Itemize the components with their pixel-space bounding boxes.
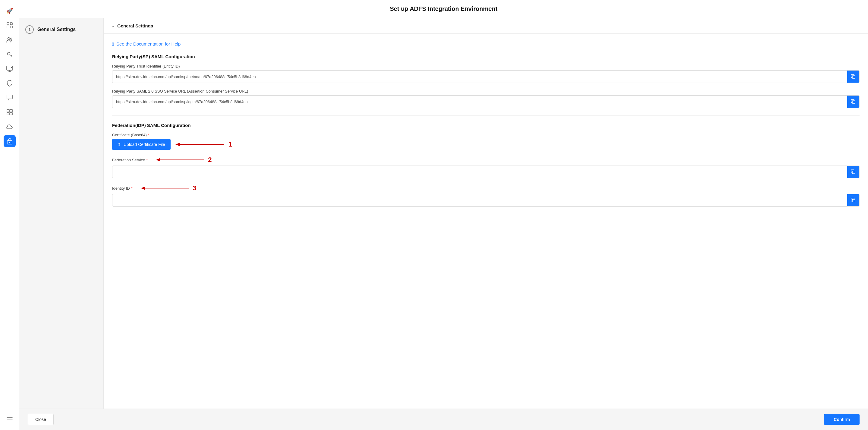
sidebar-icon-rocket[interactable]: 🚀: [4, 5, 16, 17]
annotation-number-2: 2: [208, 156, 212, 164]
annotation-1: 1: [176, 141, 232, 148]
svg-rect-11: [10, 110, 12, 112]
upload-certificate-btn[interactable]: ↥ Upload Certificate File: [112, 139, 170, 150]
step-number: 1: [25, 25, 34, 34]
content-area: 1 General Settings ⌄ General Settings ℹ …: [19, 18, 868, 409]
federation-service-group: Federation Service * 2: [112, 156, 860, 178]
svg-rect-7: [7, 66, 13, 70]
identity-id-field: [112, 194, 860, 206]
arrow-1-svg: [176, 142, 224, 147]
svg-point-4: [7, 38, 10, 40]
sso-url-label: Relying Party SAML 2.0 SSO Service URL (…: [112, 89, 860, 93]
sso-url-group: Relying Party SAML 2.0 SSO Service URL (…: [112, 89, 860, 108]
svg-rect-3: [10, 26, 12, 28]
sidebar-icon-dashboard[interactable]: [4, 19, 16, 31]
doc-link-text: See the Documentation for Help: [116, 41, 181, 47]
svg-rect-22: [852, 171, 855, 174]
svg-rect-13: [10, 113, 12, 115]
sidebar-icon-users[interactable]: [4, 34, 16, 46]
certificate-required: *: [148, 133, 150, 137]
svg-rect-0: [7, 23, 9, 25]
step-label: General Settings: [37, 27, 76, 32]
upload-icon: ↥: [118, 142, 121, 147]
idp-section-title: Federation(IDP) SAML Configuration: [112, 123, 860, 128]
svg-marker-21: [156, 158, 160, 162]
sidebar-icon-menu[interactable]: [4, 413, 16, 425]
federation-service-field: [112, 166, 860, 178]
sp-section-title: Relying Party(SP) SAML Configuration: [112, 54, 860, 59]
federation-service-input[interactable]: [113, 167, 847, 177]
sidebar-icon-puzzle[interactable]: [4, 106, 16, 118]
section-header: ⌄ General Settings: [104, 18, 868, 34]
form-content: ℹ See the Documentation for Help Relying…: [104, 34, 868, 220]
sidebar-icon-chat[interactable]: [4, 92, 16, 104]
arrow-2-svg: [156, 158, 204, 162]
annotation-number-1: 1: [228, 141, 232, 148]
info-icon: ℹ: [112, 41, 114, 47]
sidebar-icon-monitor[interactable]: [4, 63, 16, 75]
annotation-2-inline: 2: [156, 156, 212, 164]
federation-service-copy-btn[interactable]: [847, 166, 859, 178]
close-button[interactable]: Close: [28, 414, 54, 425]
arrow-3-svg: [141, 186, 189, 190]
svg-point-15: [9, 142, 10, 143]
svg-rect-1: [10, 23, 12, 25]
footer: Close Confirm: [19, 409, 868, 430]
svg-rect-2: [7, 26, 9, 28]
sidebar-icon-lock[interactable]: [4, 135, 16, 147]
svg-rect-25: [852, 199, 855, 202]
confirm-button[interactable]: Confirm: [824, 414, 860, 425]
svg-marker-24: [141, 187, 145, 190]
sidebar-icon-key[interactable]: [4, 48, 16, 60]
sidebar: 🚀: [0, 0, 19, 430]
entity-id-field: [112, 70, 860, 83]
entity-id-group: Relying Party Trust Identifier (Entity I…: [112, 64, 860, 83]
svg-rect-12: [7, 113, 9, 115]
identity-id-group: Identity ID * 3: [112, 184, 860, 206]
form-area: ⌄ General Settings ℹ See the Documentati…: [104, 18, 868, 409]
svg-marker-19: [176, 143, 180, 146]
upload-btn-label: Upload Certificate File: [124, 142, 165, 147]
identity-id-label: Identity ID * 3: [112, 184, 860, 192]
step-item-1: 1 General Settings: [25, 25, 97, 34]
svg-rect-16: [852, 76, 855, 78]
federation-service-required: *: [146, 158, 148, 162]
sidebar-icon-cloud[interactable]: [4, 121, 16, 133]
doc-link[interactable]: ℹ See the Documentation for Help: [112, 41, 860, 47]
certificate-group: Certificate (Base64) * ↥ Upload Certific…: [112, 133, 860, 150]
svg-point-5: [10, 38, 12, 39]
page-header: Set up ADFS Integration Environment: [19, 0, 868, 18]
identity-id-copy-btn[interactable]: [847, 194, 859, 206]
svg-rect-10: [7, 110, 9, 112]
sso-url-copy-btn[interactable]: [847, 95, 859, 108]
svg-point-8: [11, 67, 12, 68]
section-title: General Settings: [117, 23, 153, 28]
annotation-3-inline: 3: [141, 184, 196, 192]
entity-id-label: Relying Party Trust Identifier (Entity I…: [112, 64, 860, 68]
annotation-number-3: 3: [193, 184, 196, 192]
entity-id-copy-btn[interactable]: [847, 70, 859, 83]
certificate-label: Certificate (Base64) *: [112, 133, 860, 137]
sidebar-icon-shield[interactable]: [4, 77, 16, 89]
entity-id-input[interactable]: [113, 71, 847, 82]
svg-rect-17: [852, 101, 855, 104]
upload-btn-wrapper: ↥ Upload Certificate File 1: [112, 139, 170, 150]
sso-url-field: [112, 95, 860, 108]
svg-rect-9: [7, 95, 12, 99]
federation-service-label: Federation Service * 2: [112, 156, 860, 164]
sso-url-input[interactable]: [113, 96, 847, 107]
step-sidebar: 1 General Settings: [19, 18, 104, 409]
page-title: Set up ADFS Integration Environment: [29, 5, 858, 12]
identity-id-input[interactable]: [113, 195, 847, 206]
identity-id-required: *: [131, 186, 133, 191]
chevron-down-icon[interactable]: ⌄: [111, 23, 115, 29]
main-area: Set up ADFS Integration Environment 1 Ge…: [19, 0, 868, 430]
